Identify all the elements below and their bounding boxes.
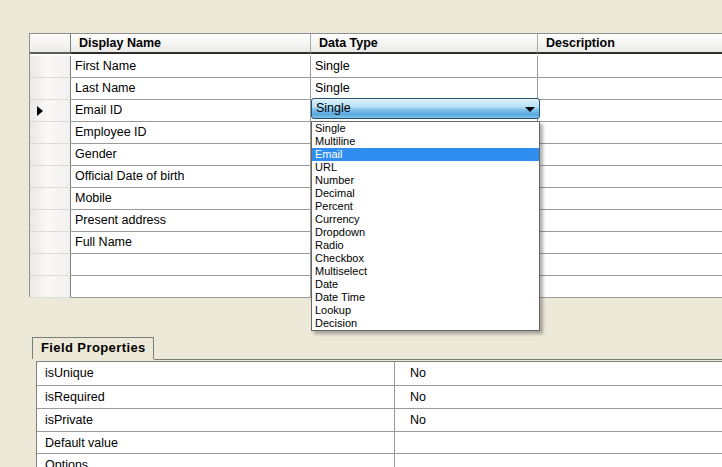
- cell-display_name-1[interactable]: Last Name: [71, 78, 311, 100]
- dropdown-option-currency[interactable]: Currency: [312, 213, 539, 226]
- property-value[interactable]: No: [410, 386, 426, 408]
- dropdown-option-number[interactable]: Number: [312, 174, 539, 187]
- row-header-0[interactable]: [30, 56, 71, 78]
- cell-display_name-8[interactable]: Full Name: [71, 232, 311, 254]
- property-row-isprivate: isPrivateNo: [37, 409, 722, 432]
- cell-description-0[interactable]: [538, 56, 722, 78]
- dropdown-option-single[interactable]: Single: [312, 122, 539, 135]
- row-header-8[interactable]: [30, 232, 71, 254]
- cell-description-10[interactable]: [538, 276, 722, 298]
- property-label: Default value: [45, 432, 118, 453]
- column-header-display_name[interactable]: Display Name: [71, 34, 311, 54]
- row-header-3[interactable]: [30, 122, 71, 144]
- property-divider: [394, 386, 395, 408]
- cell-description-8[interactable]: [538, 232, 722, 254]
- dropdown-option-radio[interactable]: Radio: [312, 239, 539, 252]
- property-label: isRequired: [45, 386, 105, 408]
- fields-grid: Display NameData TypeDescription First N…: [29, 33, 722, 297]
- cell-display_name-2[interactable]: Email ID: [71, 100, 311, 122]
- data-type-dropdown-list: SingleMultilineEmailURLNumberDecimalPerc…: [311, 121, 540, 331]
- property-divider: [394, 362, 395, 385]
- dropdown-option-checkbox[interactable]: Checkbox: [312, 252, 539, 265]
- cell-description-4[interactable]: [538, 144, 722, 166]
- cell-display_name-9[interactable]: [71, 254, 311, 276]
- current-row-arrow-icon: [37, 106, 43, 116]
- cell-description-7[interactable]: [538, 210, 722, 232]
- dropdown-option-email[interactable]: Email: [312, 148, 539, 161]
- column-header-data_type[interactable]: Data Type: [311, 34, 538, 54]
- cell-description-1[interactable]: [538, 78, 722, 100]
- cell-display_name-7[interactable]: Present address: [71, 210, 311, 232]
- property-row-default-value: Default value: [37, 432, 722, 454]
- cell-description-2[interactable]: [538, 100, 722, 122]
- property-label: isUnique: [45, 362, 94, 385]
- combobox-value: Single: [316, 101, 351, 115]
- dropdown-option-url[interactable]: URL: [312, 161, 539, 174]
- property-label: isPrivate: [45, 409, 93, 431]
- cell-description-3[interactable]: [538, 122, 722, 144]
- property-divider: [394, 409, 395, 431]
- cell-display_name-10[interactable]: [71, 276, 311, 298]
- tab-field-properties-label: Field Properties: [41, 340, 146, 355]
- property-row-isrequired: isRequiredNo: [37, 386, 722, 409]
- property-divider: [394, 454, 395, 467]
- field-properties-table: isUniqueNoisRequiredNoisPrivateNoDefault…: [36, 361, 722, 467]
- row-header-10[interactable]: [30, 276, 71, 298]
- property-value[interactable]: No: [410, 362, 426, 385]
- cell-display_name-0[interactable]: First Name: [71, 56, 311, 78]
- property-value[interactable]: No: [410, 409, 426, 431]
- cell-data_type-1[interactable]: Single: [311, 78, 538, 100]
- row-header-1[interactable]: [30, 78, 71, 100]
- row-header-5[interactable]: [30, 166, 71, 188]
- dropdown-option-multiline[interactable]: Multiline: [312, 135, 539, 148]
- combobox-dropdown-arrow-icon[interactable]: [525, 107, 535, 112]
- grid-corner-cell[interactable]: [30, 34, 71, 54]
- dropdown-option-decimal[interactable]: Decimal: [312, 187, 539, 200]
- property-row-options: Options: [37, 454, 722, 467]
- dropdown-option-dropdown[interactable]: Dropdown: [312, 226, 539, 239]
- tab-field-properties[interactable]: Field Properties: [32, 337, 154, 359]
- cell-description-5[interactable]: [538, 166, 722, 188]
- dropdown-option-date-time[interactable]: Date Time: [312, 291, 539, 304]
- cell-display_name-6[interactable]: Mobile: [71, 188, 311, 210]
- cell-display_name-4[interactable]: Gender: [71, 144, 311, 166]
- cell-display_name-3[interactable]: Employee ID: [71, 122, 311, 144]
- cell-display_name-5[interactable]: Official Date of birth: [71, 166, 311, 188]
- row-header-4[interactable]: [30, 144, 71, 166]
- cell-description-9[interactable]: [538, 254, 722, 276]
- dropdown-option-multiselect[interactable]: Multiselect: [312, 265, 539, 278]
- row-header-7[interactable]: [30, 210, 71, 232]
- tabstrip-divider: [154, 359, 722, 360]
- dropdown-option-decision[interactable]: Decision: [312, 317, 539, 330]
- row-header-9[interactable]: [30, 254, 71, 276]
- cell-data_type-0[interactable]: Single: [311, 56, 538, 78]
- row-header-6[interactable]: [30, 188, 71, 210]
- cell-description-6[interactable]: [538, 188, 722, 210]
- data-type-combobox[interactable]: Single: [311, 98, 540, 119]
- row-header-2[interactable]: [30, 100, 71, 122]
- property-row-isunique: isUniqueNo: [37, 362, 722, 386]
- dropdown-option-percent[interactable]: Percent: [312, 200, 539, 213]
- table-designer-window: Display NameData TypeDescription First N…: [0, 0, 722, 467]
- property-divider: [394, 432, 395, 453]
- property-label: Options: [45, 454, 88, 467]
- dropdown-option-lookup[interactable]: Lookup: [312, 304, 539, 317]
- column-header-description[interactable]: Description: [538, 34, 722, 54]
- dropdown-option-date[interactable]: Date: [312, 278, 539, 291]
